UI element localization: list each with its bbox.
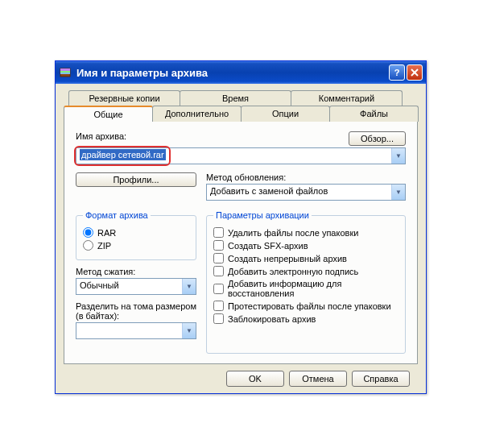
tab-advanced[interactable]: Дополнительно (152, 106, 242, 122)
app-icon (59, 66, 72, 79)
update-method-label: Метод обновления: (206, 172, 406, 182)
profiles-button[interactable]: Профили... (76, 172, 196, 187)
browse-button[interactable]: Обзор... (349, 131, 406, 146)
window-title: Имя и параметры архива (76, 67, 387, 79)
titlebar[interactable]: Имя и параметры архива ? (56, 61, 426, 84)
param-lock-archive[interactable]: Заблокировать архив (213, 313, 398, 324)
update-method-value: Добавить с заменой файлов (206, 184, 406, 201)
compression-value: Обычный (76, 278, 196, 295)
tab-options[interactable]: Опции (241, 106, 330, 122)
param-solid-archive[interactable]: Создать непрерывный архив (213, 253, 398, 263)
tab-backup[interactable]: Резервные копии (68, 90, 180, 106)
close-button[interactable] (407, 64, 423, 81)
archive-name-field[interactable]: драйвер сетевой.rar ▼ (76, 147, 406, 164)
chevron-down-icon[interactable]: ▼ (182, 279, 196, 294)
help-button[interactable]: ? (389, 64, 405, 81)
chevron-down-icon[interactable]: ▼ (391, 185, 405, 200)
compression-combo[interactable]: Обычный ▼ (76, 278, 196, 295)
dialog-window: Имя и параметры архива ? Резервные копии… (55, 60, 427, 394)
archive-params-legend: Параметры архивации (213, 210, 312, 220)
svg-rect-3 (60, 73, 70, 74)
archive-params-group: Параметры архивации Удалить файлы после … (206, 210, 406, 354)
param-recovery-record[interactable]: Добавить информацию для восстановления (213, 279, 398, 298)
update-method-combo[interactable]: Добавить с заменой файлов ▼ (206, 184, 406, 201)
param-test-after[interactable]: Протестировать файлы после упаковки (213, 301, 398, 311)
svg-rect-2 (60, 71, 70, 73)
param-create-sfx[interactable]: Создать SFX-архив (213, 240, 398, 251)
tab-files[interactable]: Файлы (329, 106, 419, 122)
help-button-footer[interactable]: Справка (352, 371, 410, 387)
cancel-button[interactable]: Отмена (289, 371, 347, 387)
tab-panel-general: Имя архива: Обзор... драйвер сетевой.rar… (64, 121, 418, 364)
format-rar-radio[interactable]: RAR (83, 227, 189, 238)
split-label: Разделить на тома размером (в байтах): (76, 301, 196, 321)
format-zip-radio[interactable]: ZIP (83, 240, 189, 251)
tab-control: Резервные копии Время Комментарий Общие … (64, 90, 418, 364)
archive-name-dropdown[interactable]: ▼ (391, 148, 405, 164)
dialog-footer: OK Отмена Справка (64, 364, 418, 387)
compression-label: Метод сжатия: (76, 267, 196, 276)
archive-name-value[interactable]: драйвер сетевой.rar (80, 149, 166, 160)
svg-rect-1 (60, 68, 70, 71)
tab-time[interactable]: Время (180, 90, 291, 106)
split-size-combo[interactable]: ▼ (76, 322, 196, 339)
chevron-down-icon[interactable]: ▼ (182, 323, 196, 338)
archive-format-legend: Формат архива (83, 210, 151, 220)
client-area: Резервные копии Время Комментарий Общие … (56, 84, 426, 395)
ok-button[interactable]: OK (226, 371, 284, 387)
split-size-value[interactable] (76, 322, 196, 339)
tab-comment[interactable]: Комментарий (291, 90, 403, 106)
tab-general[interactable]: Общие (64, 106, 153, 122)
archive-name-label: Имя архива: (76, 131, 126, 141)
archive-format-group: Формат архива RAR ZIP (76, 210, 196, 260)
param-delete-after[interactable]: Удалить файлы после упаковки (213, 227, 398, 238)
param-auth-verification[interactable]: Добавить электронную подпись (213, 266, 398, 276)
